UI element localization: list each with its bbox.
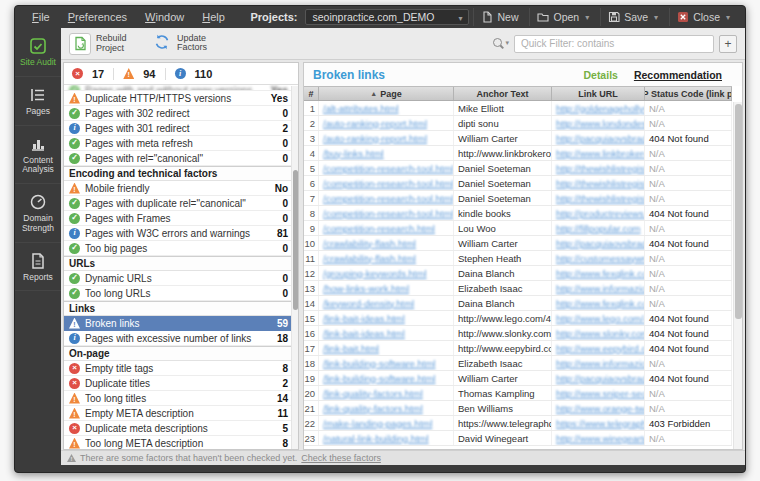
table-row[interactable]: 13/how-links-work.htmlElizabeth Isaachtt… xyxy=(304,281,732,296)
page-link[interactable]: /crawlability-flash.html xyxy=(323,238,416,249)
table-scrollbar[interactable] xyxy=(733,102,742,449)
table-row[interactable]: 1/alt-attributes.htmlMike Elliotthttp://… xyxy=(304,101,732,116)
details-link[interactable]: Details xyxy=(583,69,617,81)
open-project-button[interactable]: Open xyxy=(529,8,596,26)
factor-row[interactable]: !Too long titles14 xyxy=(64,391,298,406)
factor-row[interactable]: !Duplicate HTTP/HTTPS versionsYes xyxy=(64,91,298,106)
page-link[interactable]: /link-bait.html xyxy=(323,343,379,354)
link-url[interactable]: http://pacquiaovsbradley... xyxy=(556,373,645,384)
link-url[interactable]: http://thewishlistregistry... xyxy=(556,193,645,204)
search-icon[interactable] xyxy=(491,37,509,51)
page-link[interactable]: /link-quality-factors.html xyxy=(323,388,423,399)
sidebar-item-reports[interactable]: Reports xyxy=(15,243,61,292)
quick-filter-input[interactable] xyxy=(514,35,714,53)
table-row[interactable]: 10/crawlability-flash.htmlWilliam Carter… xyxy=(304,236,732,251)
table-row[interactable]: 17/link-bait.htmlhttp://www.eepybird.com… xyxy=(304,341,732,356)
page-link[interactable]: /competition-research-tool.html xyxy=(323,208,453,219)
table-row[interactable]: 4/buy-links.htmlhttp://www.linkbrokeronl… xyxy=(304,146,732,161)
link-url[interactable]: http://www.eepybird.co... xyxy=(556,343,645,354)
table-row[interactable]: 21/link-quality-factors.htmlBen Williams… xyxy=(304,401,732,416)
page-link[interactable]: /competition-research.html xyxy=(323,223,435,234)
factor-row[interactable]: !Too long META description8 xyxy=(64,436,298,449)
table-row[interactable]: 11/crawlability-flash.htmlStephen Heathh… xyxy=(304,251,732,266)
link-url[interactable]: http://customessaywrite... xyxy=(556,253,645,264)
link-url[interactable]: http://goldenagehollywo... xyxy=(556,103,645,114)
link-url[interactable]: http://www.orange-twist... xyxy=(556,403,645,414)
link-url[interactable]: http://thewishlistregistry... xyxy=(556,163,645,174)
factor-row[interactable]: !Empty META description11 xyxy=(64,406,298,421)
factor-row[interactable]: ✓Pages with rel="canonical"0 xyxy=(64,151,298,166)
page-link[interactable]: /auto-ranking-report.html xyxy=(323,118,427,129)
table-row[interactable]: 3/auto-ranking-report.htmlWilliam Carter… xyxy=(304,131,732,146)
project-dropdown[interactable]: seoinpractice.com_DEMO xyxy=(305,9,469,25)
table-row[interactable]: 16/link-bait-ideas.htmlhttp://www.slonky… xyxy=(304,326,732,341)
link-url[interactable]: http://www.winegeartent... xyxy=(556,433,645,444)
factor-row[interactable]: ✓Pages with meta refresh0 xyxy=(64,136,298,151)
table-row[interactable]: 5/competition-research-tool.htmlDaniel S… xyxy=(304,161,732,176)
factor-row[interactable]: !Broken links59 xyxy=(64,316,298,331)
factor-panel-scrollbar[interactable] xyxy=(291,86,298,449)
menu-window[interactable]: Window xyxy=(136,9,193,25)
table-row[interactable]: 12/grouping-keywords.htmlDaina Blanchhtt… xyxy=(304,266,732,281)
factor-row[interactable]: ✓Pages with duplicate rel="canonical"0 xyxy=(64,196,298,211)
factor-row[interactable]: ×Empty title tags8 xyxy=(64,361,298,376)
link-url[interactable]: http://www.informazionit... xyxy=(556,283,645,294)
page-link[interactable]: /how-links-work.html xyxy=(323,283,409,294)
rebuild-project-button[interactable]: Rebuild Project xyxy=(69,33,136,55)
sidebar-item-site-audit[interactable]: Site Audit xyxy=(15,28,61,77)
column-header-status-code[interactable]: HTTP Status Code (link page) xyxy=(645,87,732,100)
factor-row[interactable]: ×Duplicate titles2 xyxy=(64,376,298,391)
update-factors-button[interactable]: Update Factors xyxy=(152,32,217,55)
table-row[interactable]: 19/link-building-software.htmlWilliam Ca… xyxy=(304,371,732,386)
add-filter-button[interactable]: + xyxy=(719,35,737,53)
factor-row[interactable]: iPages with W3C errors and warnings81 xyxy=(64,226,298,241)
factor-row[interactable]: ✓Pages with 302 redirect0 xyxy=(64,106,298,121)
column-header-link-url[interactable]: Link URL xyxy=(552,87,645,100)
sidebar-item-domain-strength[interactable]: Domain Strength xyxy=(15,184,61,243)
link-url[interactable]: http://productreviews.co... xyxy=(556,208,645,219)
table-row[interactable]: 2/auto-ranking-report.htmldipti sonuhttp… xyxy=(304,116,732,131)
table-row[interactable]: 15/link-bait-ideas.htmlhttp://www.lego.c… xyxy=(304,311,732,326)
page-link[interactable]: /link-bait-ideas.html xyxy=(323,313,405,324)
page-link[interactable]: /auto-ranking-report.html xyxy=(323,133,427,144)
table-row[interactable]: 8/competition-research-tool.htmlkindle b… xyxy=(304,206,732,221)
page-link[interactable]: /link-bait-ideas.html xyxy=(323,328,405,339)
link-url[interactable]: http://www.linkbrokeronl... xyxy=(556,148,645,159)
close-project-button[interactable]: Close xyxy=(669,8,737,26)
page-link[interactable]: /link-building-software.html xyxy=(323,373,435,384)
column-header-number[interactable]: # xyxy=(304,87,319,100)
factor-row[interactable]: !Mobile friendlyNo xyxy=(64,181,298,196)
factor-row[interactable]: iPages with 301 redirect2 xyxy=(64,121,298,136)
check-factors-link[interactable]: Check these factors xyxy=(301,453,381,463)
table-row[interactable]: 7/competition-research-tool.htmlDaniel S… xyxy=(304,191,732,206)
link-url[interactable]: http://fillpopular.com xyxy=(556,223,641,234)
page-link[interactable]: /crawlability-flash.html xyxy=(323,253,416,264)
page-link[interactable]: /alt-attributes.html xyxy=(323,103,399,114)
page-link[interactable]: /natural-link-building.html xyxy=(323,433,429,444)
sidebar-item-content-analysis[interactable]: Content Analysis xyxy=(15,126,61,185)
factor-row[interactable]: ×Duplicate meta descriptions5 xyxy=(64,421,298,436)
column-header-page[interactable]: ▲ Page xyxy=(319,87,454,100)
page-link[interactable]: /competition-research-tool.html xyxy=(323,163,453,174)
table-row[interactable]: 14/keyword-density.htmlDaina Blanchhttp:… xyxy=(304,296,732,311)
table-row[interactable]: 23/natural-link-building.htmlDavid Wineg… xyxy=(304,431,732,446)
save-project-button[interactable]: Save xyxy=(600,8,665,26)
link-url[interactable]: https://www.telegraphde... xyxy=(556,418,645,429)
table-row[interactable]: 9/competition-research.htmlLou Woohttp:/… xyxy=(304,221,732,236)
menu-preferences[interactable]: Preferences xyxy=(59,9,136,25)
table-row[interactable]: 22/make-landing-pages.htmlhttps://www.te… xyxy=(304,416,732,431)
link-url[interactable]: http://www.fexqlink.com xyxy=(556,298,645,309)
page-link[interactable]: /keyword-density.html xyxy=(323,298,414,309)
page-link[interactable]: /link-building-software.html xyxy=(323,358,435,369)
factor-row[interactable]: ✓Dynamic URLs0 xyxy=(64,271,298,286)
page-link[interactable]: /link-quality-factors.html xyxy=(323,403,423,414)
link-url[interactable]: http://pacquiaovsbradley... xyxy=(556,238,645,249)
page-link[interactable]: /buy-links.html xyxy=(323,148,384,159)
page-link[interactable]: /competition-research-tool.html xyxy=(323,193,453,204)
link-url[interactable]: http://www.slonky.com/4... xyxy=(556,328,645,339)
factor-row[interactable]: ✓Too big pages0 xyxy=(64,241,298,256)
new-project-button[interactable]: New xyxy=(473,8,525,26)
table-row[interactable]: 20/link-quality-factors.htmlThomas Kampl… xyxy=(304,386,732,401)
link-url[interactable]: http://www.lego.com/404 xyxy=(556,313,645,324)
menu-file[interactable]: File xyxy=(23,9,59,25)
